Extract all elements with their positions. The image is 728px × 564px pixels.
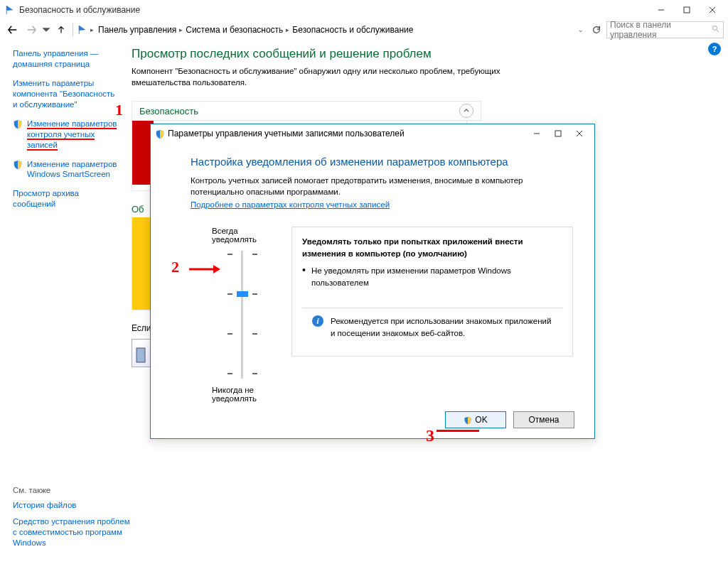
uac-dialog: Параметры управления учетными записями п… <box>150 124 595 439</box>
help-icon[interactable]: ? <box>708 43 721 55</box>
minimize-button[interactable] <box>648 1 674 18</box>
slider-description-box: Уведомлять только при попытках приложени… <box>291 227 573 357</box>
sidebar-link-archive[interactable]: Просмотр архива сообщений <box>13 188 117 210</box>
back-button[interactable] <box>4 21 21 38</box>
page-title: Просмотр последних сообщений и решение п… <box>132 47 680 61</box>
window-titlebar: Безопасность и обслуживание <box>0 0 728 20</box>
dialog-learn-more-link[interactable]: Подробнее о параметрах контроля учетных … <box>191 200 390 209</box>
chevron-down-icon[interactable] <box>459 104 473 118</box>
cancel-button-label: Отмена <box>528 415 559 425</box>
svg-rect-2 <box>136 348 145 362</box>
divider <box>73 23 73 36</box>
sidebar-home[interactable]: Панель управления — домашняя страница <box>13 48 117 70</box>
see-also-link[interactable]: Средство устранения проблем с совместимо… <box>13 516 134 548</box>
svg-point-1 <box>713 26 717 30</box>
refresh-button[interactable] <box>588 21 605 38</box>
sidebar-link-uac[interactable]: Изменение параметров контроля учетных за… <box>27 119 117 151</box>
forward-button[interactable] <box>23 21 40 38</box>
search-icon <box>712 25 720 36</box>
maximize-button[interactable] <box>674 1 700 18</box>
shield-icon <box>464 416 472 425</box>
close-button[interactable] <box>700 1 725 18</box>
breadcrumb-item[interactable]: Панель управления <box>98 25 176 35</box>
info-icon: i <box>312 315 323 327</box>
dialog-titlebar[interactable]: Параметры управления учетными записями п… <box>151 124 594 143</box>
sidebar-link-change-settings[interactable]: Изменить параметры компонента "Безопасно… <box>13 78 117 110</box>
recent-dropdown[interactable] <box>41 21 51 38</box>
shield-icon <box>155 129 165 139</box>
address-dropdown[interactable]: ⌄ <box>575 24 587 36</box>
slider-recommendation: Рекомендуется при использовании знакомых… <box>331 315 552 340</box>
slider-description-title: Уведомлять только при попытках приложени… <box>302 236 562 261</box>
dialog-title: Параметры управления учетными записями п… <box>168 129 405 139</box>
svg-rect-3 <box>555 131 561 136</box>
up-button[interactable] <box>53 21 70 38</box>
slider-label-always: Всегда уведомлять <box>212 227 269 244</box>
dialog-heading: Настройка уведомления об изменении парам… <box>191 156 573 168</box>
dialog-minimize-button[interactable] <box>526 126 547 141</box>
sidebar-link-smartscreen[interactable]: Изменение параметров Windows SmartScreen <box>27 159 117 180</box>
chevron-right-icon[interactable]: ▸ <box>179 26 183 33</box>
slider-thumb[interactable] <box>237 291 248 297</box>
security-section-title: Безопасность <box>139 106 198 116</box>
slider-label-never: Никогда не уведомлять <box>212 386 269 403</box>
see-also: См. также История файлов Средство устран… <box>13 486 134 554</box>
svg-rect-0 <box>684 7 690 13</box>
dialog-maximize-button[interactable] <box>547 126 569 141</box>
uac-slider[interactable] <box>228 251 269 379</box>
window-title: Безопасность и обслуживание <box>19 5 140 15</box>
security-section-header[interactable]: Безопасность <box>132 101 481 121</box>
slider-description-bullet: Не уведомлять при изменении параметров W… <box>311 265 562 290</box>
page-subtitle: Компонент "Безопасность и обслуживание" … <box>132 65 515 88</box>
search-placeholder: Поиск в панели управления <box>610 20 712 40</box>
see-also-link[interactable]: История файлов <box>13 500 134 511</box>
navbar: ▸ Панель управления ▸ Система и безопасн… <box>0 20 728 40</box>
breadcrumb-item[interactable]: Система и безопасность <box>186 25 283 35</box>
shield-icon <box>13 160 23 170</box>
security-flag-icon <box>5 5 15 15</box>
dialog-close-button[interactable] <box>569 126 590 141</box>
ok-button[interactable]: OK <box>445 411 506 428</box>
cancel-button[interactable]: Отмена <box>513 411 574 428</box>
dialog-paragraph: Контроль учетных записей помогает предот… <box>191 175 573 197</box>
flag-icon <box>77 25 87 35</box>
search-input[interactable]: Поиск в панели управления <box>606 21 724 38</box>
chevron-right-icon[interactable]: ▸ <box>286 26 289 33</box>
breadcrumb-item[interactable]: Безопасность и обслуживание <box>292 25 413 35</box>
shield-icon <box>13 119 23 129</box>
see-also-header: См. также <box>13 486 134 494</box>
ok-button-label: OK <box>475 415 487 425</box>
bullet-icon: • <box>302 265 306 290</box>
breadcrumb: Панель управления ▸ Система и безопаснос… <box>95 25 574 35</box>
chevron-right-icon[interactable]: ▸ <box>90 26 94 33</box>
